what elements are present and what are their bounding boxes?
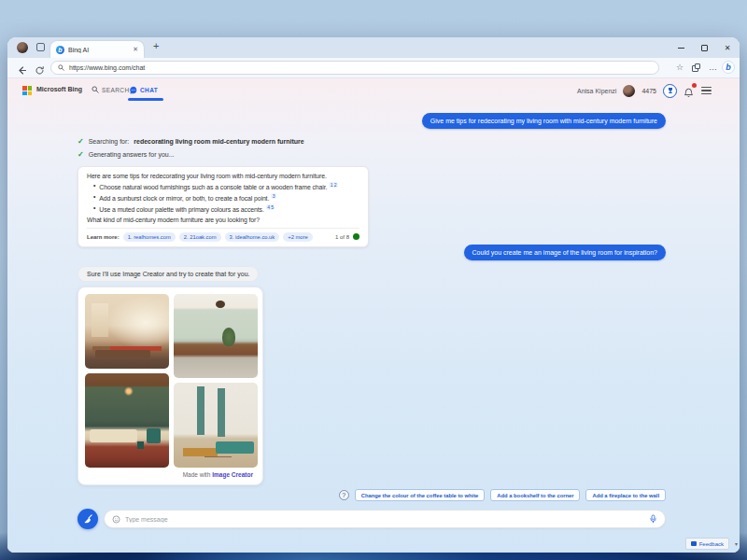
user-name[interactable]: Anisa Kipenzi	[577, 88, 616, 94]
tab-title: Bing AI	[68, 47, 129, 53]
search-tab-icon	[92, 86, 99, 93]
close-button[interactable]: ✕	[723, 43, 732, 52]
tab-close-icon[interactable]: ✕	[133, 46, 138, 53]
generated-image-2[interactable]	[174, 294, 258, 378]
learn-more-label: Learn more:	[87, 234, 120, 240]
generated-image-4[interactable]	[174, 383, 258, 468]
generated-images-card: Made withImage Creator	[78, 287, 263, 485]
response-pagination: 1 of 8	[335, 234, 349, 240]
image-creator-link[interactable]: Image Creator	[212, 471, 253, 478]
browser-tab-strip: b Bing AI ✕ + ✕	[7, 37, 740, 58]
citation-links[interactable]: 1 2	[329, 182, 338, 188]
status-dot-icon	[353, 233, 359, 240]
bullet-text: Choose natural wood furnishings such as …	[99, 184, 327, 190]
check-icon: ✓	[78, 137, 84, 146]
tab-search[interactable]: SEARCH	[92, 86, 130, 93]
help-icon[interactable]: ?	[339, 490, 349, 500]
feedback-speech-icon	[691, 541, 697, 546]
answer-bullet: • Add a sunburst clock or mirror, or bot…	[93, 193, 359, 202]
browser-tab[interactable]: b Bing AI ✕	[50, 41, 144, 58]
feedback-button[interactable]: Feedback	[685, 538, 729, 550]
searching-prefix: Searching for:	[89, 138, 130, 145]
source-link[interactable]: 1. realhomes.com	[123, 232, 176, 242]
feedback-label: Feedback	[699, 541, 724, 547]
broom-icon	[82, 513, 93, 525]
image-grid	[85, 294, 256, 468]
answer-bullets: • Choose natural wood furnishings such a…	[93, 182, 359, 213]
answer-card: Here are some tips for redecorating your…	[78, 166, 369, 247]
browser-window: b Bing AI ✕ + ✕ https://www.bing.com/cha…	[7, 37, 740, 553]
tab-chat[interactable]: CHAT	[129, 86, 158, 94]
chat-tab-icon	[129, 86, 137, 94]
back-icon[interactable]	[17, 63, 27, 79]
notifications-bell-icon[interactable]	[684, 85, 695, 96]
generated-image-3[interactable]	[85, 373, 169, 468]
message-input-bar	[104, 510, 666, 528]
suggestion-chip[interactable]: Change the colour of the coffee table to…	[355, 489, 486, 501]
favorites-star-icon[interactable]: ☆	[676, 61, 684, 74]
source-link[interactable]: 2. 21oak.com	[179, 232, 221, 242]
rewards-points: 4475	[641, 88, 656, 94]
hamburger-menu-icon[interactable]	[701, 87, 712, 94]
tab-actions-icon[interactable]	[36, 43, 45, 51]
user-message-1: Give me tips for redecorating my living …	[422, 113, 666, 129]
new-tab-button[interactable]: +	[153, 40, 159, 51]
bing-favicon: b	[56, 46, 64, 54]
generated-image-1[interactable]	[85, 294, 169, 369]
made-with-label: Made with	[183, 471, 211, 478]
toolbar-right-icons: ☆ …	[676, 61, 717, 74]
source-more-link[interactable]: +2 more	[283, 232, 312, 242]
minimize-button[interactable]	[676, 43, 685, 52]
rewards-trophy-icon[interactable]	[663, 84, 677, 98]
suggestion-chip[interactable]: Add a bookshelf to the corner	[490, 489, 580, 501]
bullet-text: Use a muted colour palette with primary …	[99, 206, 263, 213]
answer-bullet: • Choose natural wood furnishings such a…	[93, 182, 359, 190]
bing-discover-icon[interactable]: b	[722, 61, 735, 74]
user-avatar[interactable]	[623, 85, 635, 97]
bullet-marker: •	[93, 204, 95, 213]
browser-profile-avatar[interactable]	[17, 42, 28, 53]
status-generating: ✓ Generating answers for you...	[78, 150, 175, 159]
user-message-2: Could you create me an image of the livi…	[464, 245, 666, 260]
source-link[interactable]: 3. idealhome.co.uk	[225, 232, 280, 242]
refresh-icon[interactable]	[35, 63, 45, 79]
header-account-area: Anisa Kipenzi 4475	[577, 82, 712, 99]
message-input[interactable]	[125, 516, 644, 523]
settings-more-icon[interactable]: …	[709, 61, 717, 74]
bullet-text: Add a sunburst clock or mirror, or both,…	[99, 195, 269, 202]
citation-links[interactable]: 4 5	[266, 204, 275, 210]
browser-toolbar: https://www.bing.com/chat ☆ … b	[7, 58, 740, 78]
bullet-marker: •	[93, 182, 95, 190]
maximize-button[interactable]	[699, 43, 709, 52]
status-searching: ✓ Searching for: redecorating living roo…	[78, 137, 304, 146]
generating-label: Generating answers for you...	[89, 151, 175, 158]
check-icon: ✓	[78, 150, 84, 159]
address-bar[interactable]: https://www.bing.com/chat	[50, 61, 659, 75]
notification-badge	[692, 83, 697, 88]
searching-query: redecorating living room mid-century mod…	[134, 138, 303, 145]
scrollbar-down-arrow[interactable]: ▾	[735, 540, 738, 547]
answer-footer: Learn more: 1. realhomes.com 2. 21oak.co…	[87, 228, 359, 242]
bullet-marker: •	[93, 193, 95, 202]
window-controls: ✕	[676, 37, 732, 58]
answer-intro: Here are some tips for redecorating your…	[87, 173, 359, 179]
microsoft-logo	[22, 86, 32, 95]
answer-followup-question: What kind of mid-century modern furnitur…	[87, 217, 359, 223]
bot-acknowledgement: Sure I'll use Image Creator and try to c…	[78, 266, 259, 282]
image-card-caption: Made withImage Creator	[85, 471, 256, 478]
search-tab-label: SEARCH	[102, 87, 130, 93]
chat-tab-underline	[128, 98, 163, 101]
chat-smiley-icon	[112, 515, 120, 524]
brand-title: Microsoft Bing	[36, 86, 82, 92]
answer-bullet: • Use a muted colour palette with primar…	[93, 204, 359, 213]
new-topic-button[interactable]	[78, 509, 98, 529]
suggested-replies: ? Change the colour of the coffee table …	[339, 489, 666, 501]
search-icon	[58, 64, 64, 71]
url-text: https://www.bing.com/chat	[69, 64, 145, 71]
collections-icon[interactable]	[692, 63, 700, 72]
chat-tab-label: CHAT	[140, 87, 158, 93]
microphone-icon[interactable]	[649, 514, 657, 524]
citation-links[interactable]: 3	[271, 193, 276, 199]
suggestion-chip[interactable]: Add a fireplace to the wall	[585, 489, 666, 501]
bing-chat-page: Microsoft Bing SEARCH CHAT Anisa Kipenzi…	[7, 78, 740, 553]
